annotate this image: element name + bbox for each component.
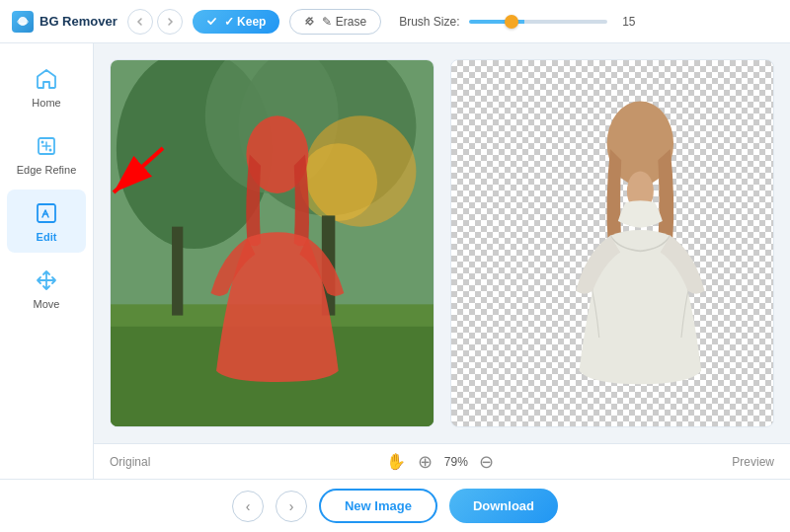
zoom-in-button[interactable]: ⊕ <box>415 451 436 473</box>
brush-size-slider[interactable] <box>469 20 607 24</box>
brush-size-value: 15 <box>615 15 635 29</box>
preview-label: Preview <box>732 455 774 469</box>
erase-button[interactable]: ✎ Erase <box>289 9 381 35</box>
preview-image-panel <box>450 59 775 427</box>
redo-button[interactable] <box>157 9 183 35</box>
svg-rect-12 <box>172 227 183 316</box>
move-icon <box>33 266 60 294</box>
canvas-panels <box>94 43 790 443</box>
sidebar-item-home[interactable]: Home <box>7 55 86 118</box>
keep-button[interactable]: ✓ Keep <box>193 10 280 34</box>
home-icon <box>33 65 60 93</box>
svg-point-1 <box>41 141 44 144</box>
logo-area: BG Remover <box>12 11 118 33</box>
sidebar: Home Edge Refine <box>0 43 94 479</box>
zoom-value: 79% <box>444 455 468 469</box>
original-image-svg <box>111 60 434 426</box>
svg-point-9 <box>299 143 377 221</box>
edit-icon <box>33 199 60 227</box>
hand-tool-button[interactable]: ✋ <box>385 451 407 473</box>
download-button[interactable]: Download <box>449 489 558 523</box>
preview-image-svg <box>451 60 774 426</box>
zoom-controls: ✋ ⊕ 79% ⊖ <box>385 451 498 473</box>
main-content: Home Edge Refine <box>0 43 790 479</box>
logo-icon <box>12 11 34 33</box>
sidebar-move-label: Move <box>34 298 60 310</box>
undo-button[interactable] <box>127 9 153 35</box>
canvas-area: Original ✋ ⊕ 79% ⊖ Preview <box>94 43 790 479</box>
brush-slider-container: 15 <box>469 15 778 29</box>
sidebar-item-move[interactable]: Move <box>7 257 86 320</box>
svg-point-2 <box>49 149 52 152</box>
toolbar: BG Remover ✓ Keep ✎ Erase Brush Size: 15 <box>0 0 790 43</box>
footer: ‹ › New Image Download <box>0 479 790 532</box>
edge-refine-icon <box>33 132 60 160</box>
nav-arrows <box>127 9 183 35</box>
zoom-out-button[interactable]: ⊖ <box>476 451 498 473</box>
sidebar-edit-label: Edit <box>37 231 57 243</box>
footer-center: New Image Download <box>319 489 558 523</box>
prev-button[interactable]: ‹ <box>232 491 264 522</box>
app-container: BG Remover ✓ Keep ✎ Erase Brush Size: 15 <box>0 0 790 532</box>
app-title: BG Remover <box>40 14 118 29</box>
original-image-panel <box>110 59 434 427</box>
new-image-button[interactable]: New Image <box>319 489 437 523</box>
sidebar-item-edge-refine[interactable]: Edge Refine <box>7 122 86 186</box>
next-button[interactable]: › <box>276 491 307 522</box>
bottom-bar: Original ✋ ⊕ 79% ⊖ Preview <box>94 443 790 479</box>
sidebar-edge-refine-label: Edge Refine <box>17 164 77 176</box>
sidebar-home-label: Home <box>32 97 60 109</box>
sidebar-item-edit[interactable]: Edit <box>7 190 86 253</box>
brush-size-label: Brush Size: <box>399 15 459 29</box>
original-label: Original <box>110 455 150 469</box>
